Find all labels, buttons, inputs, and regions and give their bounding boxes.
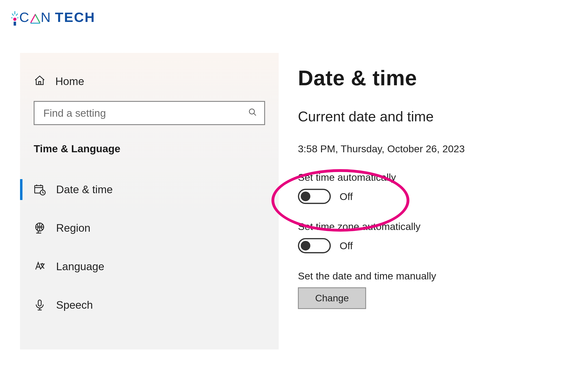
globe-icon [34,222,46,234]
sidebar-item-speech[interactable]: Speech [20,292,279,319]
svg-rect-1 [14,22,16,26]
svg-line-3 [12,14,14,16]
svg-point-0 [13,18,16,21]
svg-point-7 [249,109,254,114]
home-icon [34,74,46,88]
sidebar-home[interactable]: Home [20,71,279,92]
set-tz-auto-label: Set time zone automatically [298,221,565,232]
set-time-auto-toggle[interactable] [298,189,331,204]
change-button[interactable]: Change [298,287,366,309]
sidebar-item-label: Language [56,260,104,272]
sidebar-item-language[interactable]: Language [20,253,279,280]
search-input-container[interactable] [34,101,265,125]
sidebar-item-label: Region [56,222,91,234]
svg-rect-19 [38,300,41,306]
calendar-clock-icon [34,184,46,196]
brand-logo: C N TECH [11,9,95,26]
sidebar-item-label: Speech [56,299,93,311]
setting-set-timezone-auto: Set time zone automatically Off [298,221,565,253]
toggle-knob [301,241,310,250]
logo-ican-text: C N [11,9,51,26]
sidebar-item-date-time[interactable]: Date & time [20,176,279,203]
logo-letter-c: C [19,10,30,25]
svg-line-6 [17,18,19,18]
page-title: Date & time [298,66,565,90]
sidebar-item-region[interactable]: Region [20,214,279,242]
set-time-auto-label: Set time automatically [298,172,565,183]
sidebar-item-label: Date & time [56,184,113,196]
set-manual-label: Set the date and time manually [298,270,565,282]
main-panel: Date & time Current date and time 3:58 P… [279,53,565,349]
current-datetime-value: 3:58 PM, Thursday, October 26, 2023 [298,143,565,155]
section-current-date-time: Current date and time [298,109,565,125]
bulb-i-icon [11,9,19,26]
setting-set-manual: Set the date and time manually Change [298,270,565,309]
settings-window: Home Time & Language [20,53,565,349]
search-input[interactable] [43,107,248,119]
settings-sidebar: Home Time & Language [20,53,279,349]
logo-tech-text: TECH [55,10,95,25]
logo-letter-n: N [41,10,51,25]
language-icon [34,260,46,272]
sidebar-category-title: Time & Language [34,143,279,155]
setting-set-time-auto: Set time automatically Off [298,172,565,204]
svg-line-4 [16,14,18,16]
search-icon [248,108,257,118]
set-tz-auto-toggle[interactable] [298,238,331,253]
triangle-a-icon [30,14,40,24]
svg-line-8 [254,113,256,116]
set-time-auto-state: Off [340,190,353,202]
set-tz-auto-state: Off [340,240,353,252]
sidebar-home-label: Home [55,75,84,88]
svg-line-5 [11,18,13,18]
microphone-icon [34,299,46,311]
toggle-knob [301,192,310,201]
